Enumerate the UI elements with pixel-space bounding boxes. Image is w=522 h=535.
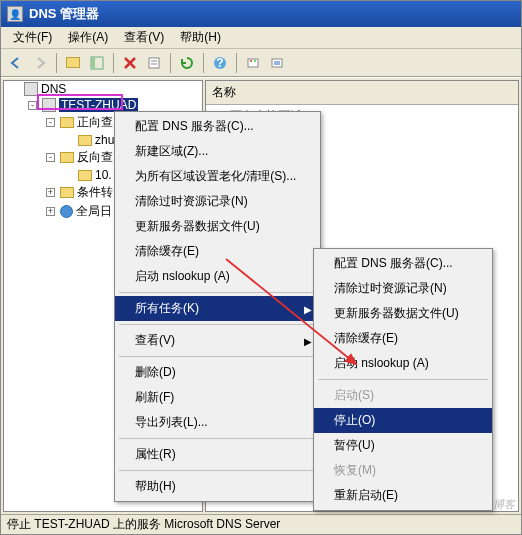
- menu-clear-stale[interactable]: 清除过时资源记录(N): [115, 189, 320, 214]
- submenu-pause[interactable]: 暂停(U): [314, 433, 492, 458]
- submenu-start: 启动(S): [314, 383, 492, 408]
- menu-set-aging[interactable]: 为所有区域设置老化/清理(S)...: [115, 164, 320, 189]
- context-menu-sub: 配置 DNS 服务器(C)... 清除过时资源记录(N) 更新服务器数据文件(U…: [313, 248, 493, 511]
- submenu-resume: 恢复(M): [314, 458, 492, 483]
- menu-separator: [119, 470, 316, 471]
- collapse-icon[interactable]: -: [46, 153, 55, 162]
- toolbar: ?: [1, 49, 521, 77]
- folder-icon: [60, 117, 74, 128]
- submenu-clear-cache[interactable]: 清除缓存(E): [314, 326, 492, 351]
- menu-view[interactable]: 查看(V)▶: [115, 328, 320, 353]
- help-button[interactable]: ?: [209, 52, 231, 74]
- find-button[interactable]: [266, 52, 288, 74]
- forward-button[interactable]: [29, 52, 51, 74]
- svg-rect-2: [149, 58, 159, 68]
- server-icon: [42, 98, 56, 112]
- menu-action[interactable]: 操作(A): [60, 27, 116, 48]
- delete-button[interactable]: [119, 52, 141, 74]
- submenu-stop[interactable]: 停止(O): [314, 408, 492, 433]
- folder-icon: [78, 135, 92, 146]
- svg-rect-1: [91, 57, 95, 69]
- collapse-icon[interactable]: -: [28, 101, 37, 110]
- menu-view[interactable]: 查看(V): [116, 27, 172, 48]
- collapse-icon[interactable]: -: [46, 118, 55, 127]
- svg-point-8: [250, 60, 252, 62]
- menu-properties[interactable]: 属性(R): [115, 442, 320, 467]
- status-bar: 停止 TEST-ZHUAD 上的服务 Microsoft DNS Server: [1, 514, 521, 534]
- menu-clear-cache[interactable]: 清除缓存(E): [115, 239, 320, 264]
- filter-button[interactable]: [242, 52, 264, 74]
- menu-separator: [318, 379, 488, 380]
- svg-text:?: ?: [216, 56, 223, 70]
- submenu-clear-stale[interactable]: 清除过时资源记录(N): [314, 276, 492, 301]
- folder-icon: [60, 152, 74, 163]
- expand-icon[interactable]: +: [46, 188, 55, 197]
- dns-manager-window: 👤 DNS 管理器 文件(F) 操作(A) 查看(V) 帮助(H) ?: [0, 0, 522, 535]
- menu-config-dns[interactable]: 配置 DNS 服务器(C)...: [115, 114, 320, 139]
- properties-button[interactable]: [143, 52, 165, 74]
- submenu-arrow-icon: ▶: [304, 303, 312, 314]
- globe-icon: [60, 205, 73, 218]
- menu-separator: [119, 324, 316, 325]
- status-text: 停止 TEST-ZHUAD 上的服务 Microsoft DNS Server: [7, 516, 280, 533]
- context-menu-main: 配置 DNS 服务器(C)... 新建区域(Z)... 为所有区域设置老化/清理…: [114, 111, 321, 502]
- app-icon: 👤: [7, 6, 23, 22]
- svg-rect-10: [272, 59, 282, 67]
- menu-help[interactable]: 帮助(H): [172, 27, 229, 48]
- menu-separator: [119, 356, 316, 357]
- menu-update-data[interactable]: 更新服务器数据文件(U): [115, 214, 320, 239]
- menu-export-list[interactable]: 导出列表(L)...: [115, 410, 320, 435]
- submenu-start-nslookup[interactable]: 启动 nslookup (A): [314, 351, 492, 376]
- submenu-config-dns[interactable]: 配置 DNS 服务器(C)...: [314, 251, 492, 276]
- menu-file[interactable]: 文件(F): [5, 27, 60, 48]
- menu-new-zone[interactable]: 新建区域(Z)...: [115, 139, 320, 164]
- menu-start-nslookup[interactable]: 启动 nslookup (A): [115, 264, 320, 289]
- up-button[interactable]: [62, 52, 84, 74]
- svg-point-9: [254, 60, 256, 62]
- window-title: DNS 管理器: [29, 5, 99, 23]
- submenu-update-data[interactable]: 更新服务器数据文件(U): [314, 301, 492, 326]
- menu-separator: [119, 438, 316, 439]
- back-button[interactable]: [5, 52, 27, 74]
- menu-bar: 文件(F) 操作(A) 查看(V) 帮助(H): [1, 27, 521, 49]
- menu-separator: [119, 292, 316, 293]
- svg-rect-7: [248, 59, 258, 67]
- menu-help[interactable]: 帮助(H): [115, 474, 320, 499]
- submenu-restart[interactable]: 重新启动(E): [314, 483, 492, 508]
- folder-icon: [78, 170, 92, 181]
- title-bar: 👤 DNS 管理器: [1, 1, 521, 27]
- expand-icon[interactable]: +: [46, 207, 55, 216]
- menu-refresh[interactable]: 刷新(F): [115, 385, 320, 410]
- dns-icon: [24, 82, 38, 96]
- submenu-arrow-icon: ▶: [304, 335, 312, 346]
- column-header-name[interactable]: 名称: [206, 81, 518, 105]
- refresh-button[interactable]: [176, 52, 198, 74]
- tree-root-dns[interactable]: DNS: [8, 81, 202, 97]
- show-hide-tree-button[interactable]: [86, 52, 108, 74]
- menu-all-tasks[interactable]: 所有任务(K)▶: [115, 296, 320, 321]
- folder-icon: [60, 187, 74, 198]
- menu-delete[interactable]: 删除(D): [115, 360, 320, 385]
